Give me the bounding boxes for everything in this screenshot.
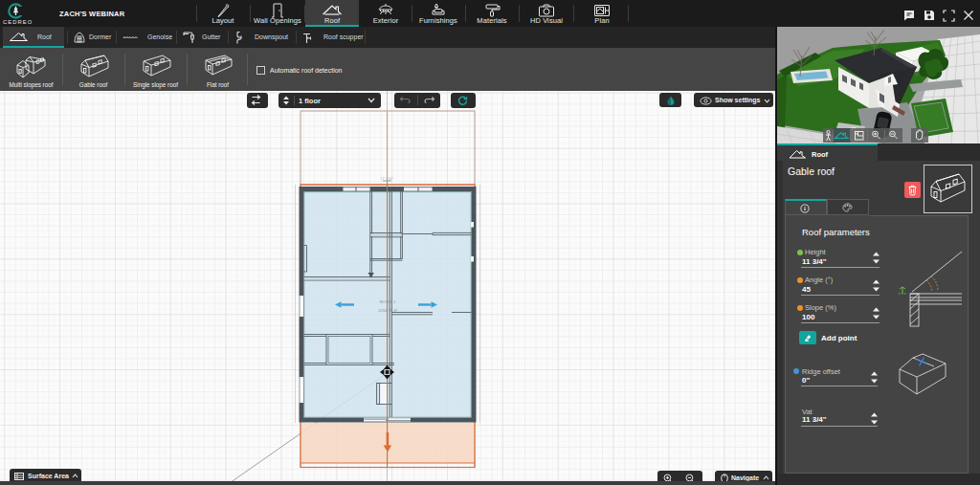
svg-text:1252.78 ft²: 1252.78 ft²	[378, 308, 398, 313]
svg-text:ROOM 1: ROOM 1	[380, 299, 396, 304]
svg-text:17' 7 3/4": 17' 7 3/4"	[381, 177, 393, 181]
